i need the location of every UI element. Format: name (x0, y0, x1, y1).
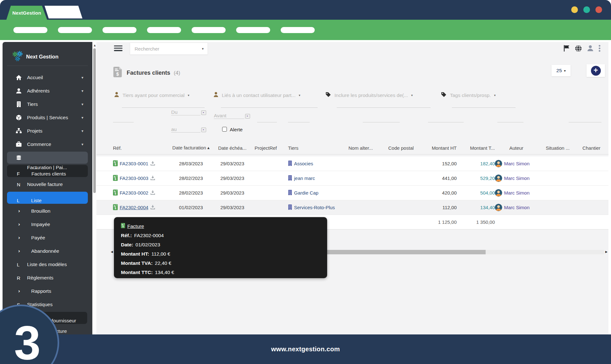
cell-projectref (255, 186, 288, 200)
filter-tags[interactable]: Tags clients/prosp. ▾ (441, 92, 495, 99)
filter-codepostal-underline[interactable] (428, 122, 464, 122)
author-link[interactable]: Marc Simon (504, 161, 530, 166)
author-link[interactable]: Marc Simon (504, 205, 530, 210)
menu-pill[interactable] (281, 27, 315, 33)
sidebar-item-produits-services[interactable]: Produits | Services ▾ (3, 111, 92, 124)
date-before-input[interactable] (214, 113, 244, 119)
menu-pill[interactable] (236, 27, 270, 33)
column-date-facturation[interactable]: Date facturation▲ (172, 141, 210, 154)
sidebar-item-tiers[interactable]: Tiers ▾ (3, 98, 92, 111)
download-icon[interactable] (150, 161, 155, 167)
column-nom-alternatif[interactable]: Nom alter... (348, 141, 388, 154)
user-icon[interactable] (586, 45, 594, 53)
table-row[interactable]: $ FA2303-0001 28/03/2023 29/03/2023 Asso… (96, 156, 608, 171)
maximize-button[interactable] (583, 6, 590, 13)
chevron-down-icon[interactable]: ▾ (202, 47, 204, 51)
menu-pill[interactable] (147, 27, 181, 33)
download-icon[interactable] (150, 205, 155, 210)
globe-icon[interactable] (575, 45, 582, 53)
filter-auteur-underline[interactable] (497, 122, 523, 122)
date-from-input[interactable] (171, 109, 200, 115)
add-invoice-button[interactable]: + (591, 66, 601, 76)
scroll-up-icon[interactable]: ▲ (93, 44, 96, 47)
sidebar-item-adherents[interactable]: Adhérents ▾ (3, 84, 92, 98)
tiers-link[interactable]: Associes (294, 161, 313, 166)
sidebar-scrollbar[interactable]: ▲ (92, 42, 96, 334)
horizontal-scrollbar-thumb[interactable] (327, 250, 486, 254)
filter-products[interactable]: Inclure les produits/services de(... ▾ (325, 92, 413, 99)
search-input[interactable] (135, 46, 202, 52)
column-ref[interactable]: Réf. (113, 141, 172, 154)
column-auteur[interactable]: Auteur (495, 141, 538, 154)
menu-pill[interactable] (13, 27, 47, 33)
sidebar-scrollbar-thumb[interactable] (93, 48, 96, 193)
date-to-input[interactable] (171, 127, 200, 133)
tiers-link[interactable]: jean marc (294, 175, 315, 181)
tooltip-montant-ttc: 134,40 € (155, 270, 174, 275)
sidebar-item-commerce[interactable]: Commerce ▾ (3, 138, 92, 151)
download-icon[interactable] (150, 190, 155, 196)
sidebar-item-payee[interactable]: › Payée (3, 231, 92, 244)
column-code-postal[interactable]: Code postal (388, 141, 425, 154)
sidebar-item-impayee[interactable]: › Impayée (3, 218, 92, 231)
svg-text:$: $ (122, 225, 123, 228)
author-link[interactable]: Marc Simon (504, 190, 530, 196)
column-date-echeance[interactable]: Date échéa... (210, 141, 255, 154)
tiers-link[interactable]: Gardie Cap (294, 190, 319, 196)
scroll-right-icon[interactable]: ▶ (605, 250, 607, 253)
footer-url: www.nextgestion.com (271, 346, 340, 353)
sidebar-item-liste-des-modeles[interactable]: L Liste des modèles (3, 258, 92, 271)
tiers-link[interactable]: Services-Roto-Plus (294, 205, 335, 210)
column-montant-ht[interactable]: Montant HT (425, 141, 457, 154)
filter-nom-underline[interactable] (363, 122, 400, 122)
calendar-icon[interactable] (201, 110, 206, 116)
column-chantier[interactable]: Chantier (578, 141, 605, 154)
menu-pill[interactable] (102, 27, 137, 33)
sidebar-item-nouvelle-facture[interactable]: N Nouvelle facture (3, 178, 92, 191)
building-icon (288, 204, 292, 211)
download-icon[interactable] (150, 175, 155, 181)
column-situation[interactable]: Situation ... (538, 141, 578, 154)
author-link[interactable]: Marc Simon (504, 175, 530, 181)
invoice-ref-link[interactable]: FA2303-0003 (120, 175, 148, 181)
kebab-menu-icon[interactable] (599, 45, 600, 53)
calendar-icon[interactable] (201, 127, 206, 134)
total-montant-ht: 1 125,00 (425, 215, 457, 229)
filter-contact[interactable]: Liés à un contact utilisateur part... ▾ (213, 92, 300, 99)
scroll-left-icon[interactable]: ◀ (111, 250, 113, 253)
column-tiers[interactable]: Tiers (288, 141, 348, 154)
hamburger-menu-icon[interactable] (114, 45, 123, 51)
sidebar-item-projets[interactable]: Projets ▾ (3, 124, 92, 138)
sidebar-item-rapports[interactable]: › Rapports (3, 285, 92, 298)
page-size-select[interactable]: 25 ▾ (551, 65, 571, 76)
flag-icon[interactable] (563, 45, 570, 53)
filter-commercial[interactable]: Tiers ayant pour commercial ▾ (114, 92, 189, 99)
filter-ref-underline[interactable] (113, 122, 134, 122)
sidebar-item-liste-active[interactable]: L Liste (3, 191, 92, 204)
sidebar-item-abandonnee[interactable]: › Abandonnée (3, 244, 92, 258)
filter-projectref-underline[interactable] (257, 122, 277, 122)
table-row-hovered[interactable]: $ FA2302-0004 01/02/2023 29/03/2023 Serv… (96, 200, 608, 215)
column-montant-ttc[interactable]: Montant T... (457, 141, 495, 154)
sidebar-item-accueil[interactable]: Accueil ▾ (3, 71, 92, 84)
cell-ref: $ FA2303-0001 (113, 156, 172, 171)
sidebar-item-reglements[interactable]: R Règlements (3, 271, 92, 285)
table-row[interactable]: $ FA2303-0003 28/02/2023 29/03/2023 jean… (96, 171, 608, 186)
cell-projectref (255, 156, 288, 171)
step-number: 3 (14, 319, 40, 364)
sidebar-item-facturation[interactable]: Facturation | Pai... ▴ (3, 151, 92, 164)
invoice-ref-link[interactable]: FA2302-0004 (120, 205, 148, 210)
filter-chantier-underline[interactable] (569, 122, 601, 122)
minimize-button[interactable] (571, 6, 578, 13)
close-button[interactable] (595, 6, 602, 13)
calendar-icon[interactable] (245, 113, 250, 120)
menu-pill[interactable] (192, 27, 226, 33)
sidebar-item-brouillon[interactable]: › Brouillon (3, 204, 92, 218)
alerte-checkbox[interactable] (222, 127, 227, 132)
column-projectref[interactable]: ProjectRef (255, 141, 288, 154)
invoice-ref-link[interactable]: FA2303-0001 (120, 161, 148, 166)
menu-pill[interactable] (58, 27, 92, 33)
invoice-ref-link[interactable]: FA2303-0002 (120, 190, 148, 196)
filter-tiers-underline[interactable] (288, 122, 310, 122)
table-row[interactable]: $ FA2303-0002 28/02/2023 29/03/2023 Gard… (96, 186, 608, 200)
